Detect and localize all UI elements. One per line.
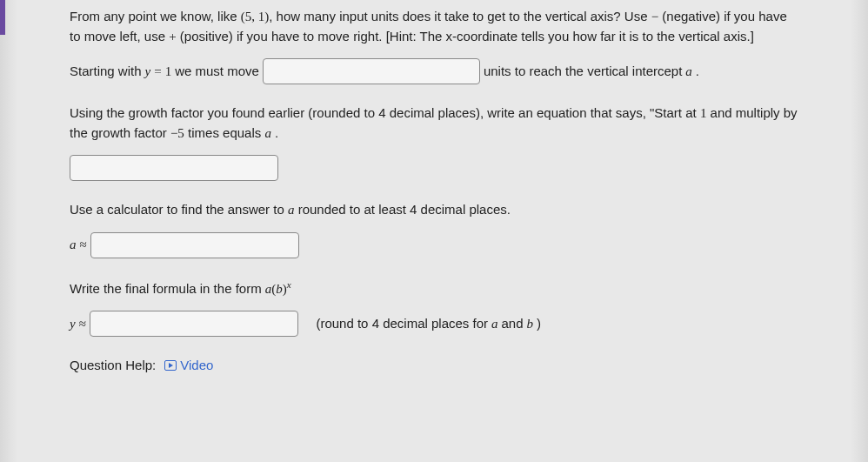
q2-line1: Using the growth factor you found earlie… <box>70 105 700 120</box>
question-help-label: Question Help: <box>70 356 156 376</box>
intro-text-2: , how many input units does it take to g… <box>269 9 651 23</box>
q4-y-label: y <box>70 314 76 334</box>
q4-hint-and: and <box>502 314 524 334</box>
q4-x: x <box>287 279 291 290</box>
q4-hint-post: ) <box>537 314 541 334</box>
y-approx-row: y ≈ (round to 4 decimal places for a and… <box>70 311 798 337</box>
q3-post: rounded to at least 4 decimal places. <box>294 202 510 217</box>
equation-input-block <box>70 155 798 181</box>
q1-mid: we must move <box>175 62 259 82</box>
intro-paragraph: From any point we know, like (5, 1), how… <box>70 7 798 46</box>
q2-post: times equals <box>184 125 265 140</box>
q1-post: units to reach the vertical intercept <box>484 62 682 82</box>
y-formula-input[interactable] <box>90 311 298 337</box>
q4-hint-a: a <box>491 314 498 334</box>
q3-a-label: a <box>70 235 77 255</box>
q4-hint-b: b <box>527 314 534 334</box>
a-value-input[interactable] <box>90 232 299 258</box>
q1-y: y <box>145 62 151 82</box>
q2-a: a <box>264 126 271 140</box>
point-sep: , <box>251 10 258 23</box>
minus-sign: − <box>651 10 658 23</box>
intro-text: From any point we know, like <box>70 9 241 23</box>
video-link[interactable]: Video <box>164 356 213 376</box>
q3-pre: Use a calculator to find the answer to <box>70 202 288 217</box>
q4-approx: ≈ <box>79 314 86 334</box>
q1-one: 1 <box>165 62 172 82</box>
q1-a: a <box>685 62 692 82</box>
question-2-paragraph: Using the growth factor you found earlie… <box>70 104 798 143</box>
q1-eq: = <box>154 62 161 82</box>
video-icon <box>164 360 177 371</box>
units-input[interactable] <box>263 58 480 84</box>
q4-b: b <box>276 282 283 296</box>
intro-text-4: (positive) if you have to move right. [H… <box>177 29 754 44</box>
q2-neg5: −5 <box>170 126 184 140</box>
a-approx-row: a ≈ <box>70 232 798 258</box>
q1-period: . <box>696 62 699 82</box>
q1-pre: Starting with <box>70 62 142 82</box>
video-link-label: Video <box>180 356 213 376</box>
equation-input[interactable] <box>70 155 278 181</box>
q4-pre: Write the final formula in the form <box>70 281 265 296</box>
q3-approx: ≈ <box>80 235 87 255</box>
question-3-text: Use a calculator to find the answer to a… <box>70 200 798 220</box>
q4-hint-pre: (round to 4 decimal places for <box>316 314 488 334</box>
question-1-row: Starting with y = 1 we must move units t… <box>70 58 798 84</box>
q2-period: . <box>271 125 278 140</box>
plus-sign: + <box>169 30 176 44</box>
question-4-text: Write the final formula in the form a(b)… <box>70 278 798 299</box>
question-help-row: Question Help: Video <box>70 356 798 376</box>
